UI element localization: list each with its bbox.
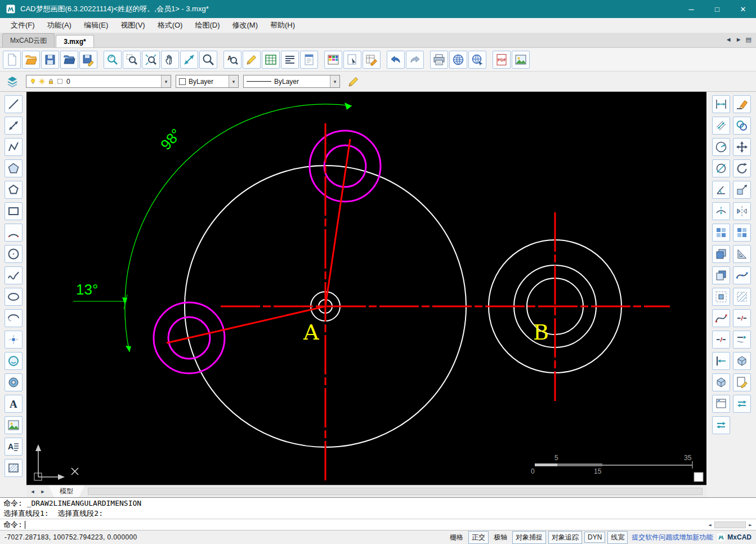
save-button[interactable] [41,51,59,69]
array2-tool[interactable] [733,224,751,242]
mtext-tool[interactable]: A [5,438,23,456]
scale-tool[interactable] [712,288,730,306]
menu-item-7[interactable]: 帮助(H) [264,18,301,33]
selection-button[interactable] [343,51,361,69]
array-tool[interactable] [712,224,730,242]
dim-angular-tool[interactable] [712,181,730,199]
drawing-canvas[interactable]: 98°13°AB535015 [26,92,706,485]
point-tool[interactable] [5,331,23,349]
sync-tool[interactable] [733,395,751,413]
hatch-tool[interactable] [5,459,23,477]
color-table-button[interactable] [324,51,342,69]
text-tool[interactable]: A [5,395,23,413]
box-tool[interactable] [733,352,751,370]
spline-tool[interactable] [5,266,23,284]
text-style-button[interactable] [281,51,299,69]
new-file-button[interactable] [3,51,21,69]
undo-button[interactable] [387,51,405,69]
menu-item-6[interactable]: 修改(M) [226,18,264,33]
web-open-button[interactable] [468,51,486,69]
redo-button[interactable] [406,51,424,69]
image-tool[interactable] [5,416,23,434]
erase-tool[interactable] [733,95,751,113]
copy-object-tool[interactable] [733,117,751,135]
command-scroll-right-icon[interactable]: ► [746,520,755,529]
tab-scroll-left-icon[interactable]: ◄ [726,36,732,43]
zoom-extents-button[interactable] [142,51,160,69]
line-tool[interactable] [5,95,23,113]
ellipse-tool[interactable] [5,288,23,306]
move-tool[interactable] [733,138,751,156]
dim-diameter-tool[interactable] [712,159,730,177]
xline-tool[interactable] [5,117,23,135]
paste-tool[interactable] [712,266,730,284]
draw-color-pencil-button[interactable] [345,73,363,91]
pan-button[interactable] [161,51,179,69]
spline-edit-tool[interactable] [733,266,751,284]
dim-arc-tool[interactable] [712,202,730,220]
measure-button[interactable] [180,51,198,69]
linetype-combo[interactable]: ByLayer ▾ [243,75,340,88]
menu-item-1[interactable]: 功能(A) [41,18,78,33]
menu-item-2[interactable]: 编辑(E) [78,18,114,33]
wipeout-tool[interactable] [5,352,23,370]
maximize-button[interactable]: □ [704,0,730,18]
polygon-tool[interactable] [5,159,23,177]
region-tool[interactable] [733,288,751,306]
minimize-button[interactable]: ─ [678,0,704,18]
scale-corner-tool[interactable] [733,181,751,199]
ellipse-arc-tool[interactable] [5,309,23,327]
layer-combo[interactable]: 0 ▾ [26,75,171,88]
pdf-export-button[interactable]: PDF [493,51,511,69]
edit-sheet-tool[interactable] [733,373,751,391]
table-edit-button[interactable] [363,51,381,69]
donut-tool[interactable] [5,373,23,391]
rotate-tool[interactable] [733,159,751,177]
tab-menu-icon[interactable]: ▤ [746,36,751,43]
zoom-previous-button[interactable] [104,51,122,69]
solid-tool[interactable] [712,373,730,391]
mirror-tool[interactable] [733,202,751,220]
zoom-window-button[interactable] [123,51,141,69]
curve-edit-tool[interactable] [712,309,730,327]
page-setup-button[interactable] [300,51,318,69]
status-toggle-lineweight[interactable]: 线宽 [607,531,628,544]
menu-item-3[interactable]: 视图(V) [114,18,151,33]
close-button[interactable]: ✕ [730,0,756,18]
menu-item-4[interactable]: 格式(O) [151,18,189,33]
print-button[interactable] [430,51,448,69]
layer-combo-dropdown-icon[interactable]: ▾ [161,75,171,87]
set-square-tool[interactable] [733,245,751,263]
find-button[interactable]: A [223,51,241,69]
swap-tool[interactable] [712,416,730,434]
status-toggle-ortho[interactable]: 正交 [468,531,489,544]
dim-radius-tool[interactable] [712,138,730,156]
dim-linear-tool[interactable] [712,95,730,113]
web-publish-button[interactable] [449,51,467,69]
canvas-hscrollbar[interactable] [88,488,703,495]
break2-tool[interactable] [733,309,751,327]
command-scroll-left-icon[interactable]: ◄ [705,520,714,529]
save-as-button[interactable] [79,51,97,69]
feedback-link[interactable]: 提交软件问题或增加新功能 [632,533,713,542]
status-toggle-osnap[interactable]: 对象捕捉 [512,531,546,544]
status-toggle-grid[interactable]: 栅格 [447,532,466,543]
image-export-button[interactable] [512,51,530,69]
copy-tool[interactable] [712,245,730,263]
layers-button[interactable] [3,73,21,91]
model-tab[interactable]: 模型 [48,485,84,497]
zoom-button[interactable] [199,51,217,69]
color-combo-dropdown-icon[interactable]: ▾ [229,75,238,87]
status-toggle-otrack[interactable]: 对象追踪 [548,531,582,544]
table-button[interactable] [262,51,280,69]
break-tool[interactable] [712,331,730,349]
model-scroll-right-button[interactable]: ► [38,487,47,496]
arc-tool[interactable] [5,224,23,242]
model-scroll-left-button[interactable]: ◄ [28,487,37,496]
match-properties-tool[interactable] [733,331,751,349]
command-input[interactable]: 命令: ◄ ► [0,519,756,530]
polyline-tool[interactable] [5,138,23,156]
extend-tool[interactable] [712,352,730,370]
draw-color-button[interactable] [243,51,261,69]
status-toggle-dyn[interactable]: DYN [584,532,605,543]
